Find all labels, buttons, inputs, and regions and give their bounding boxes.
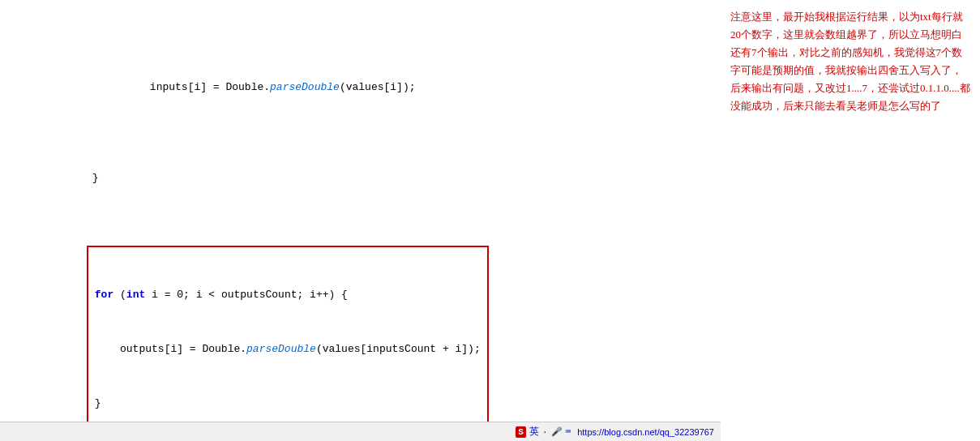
keyboard-icon: ⌨ [566, 426, 571, 437]
s-icon: S [516, 426, 526, 438]
highlighted-for-block: for (int i = 0; i < outputsCount; i++) {… [87, 246, 489, 441]
bottom-icons: S 英 · 🎤 ⌨ [516, 425, 571, 439]
highlighted-body-line: outputs[i] = Double.parseDouble(values[i… [95, 340, 481, 359]
english-label: 英 [529, 425, 539, 439]
code-panel: inputs[i] = Double.parseDouble(values[i]… [0, 0, 721, 441]
mic-icon: 🎤 [551, 426, 563, 437]
comment-panel: 注意这里，最开始我根据运行结果，以为txt每行就20个数字，这里就会数组越界了，… [721, 0, 980, 441]
main-container: inputs[i] = Double.parseDouble(values[i]… [0, 0, 980, 441]
code-line-2: } [16, 152, 721, 207]
comment-text: 注意这里，最开始我根据运行结果，以为txt每行就20个数字，这里就会数组越界了，… [730, 8, 970, 116]
code-line-1: inputs[i] = Double.parseDouble(values[i]… [16, 60, 721, 115]
bottom-bar: S 英 · 🎤 ⌨ https://blog.csdn.net/qq_32239… [0, 422, 721, 441]
highlighted-close-line: } [95, 395, 481, 413]
dot-separator: · [542, 427, 548, 437]
url-text: https://blog.csdn.net/qq_32239767 [577, 427, 714, 437]
code-block: inputs[i] = Double.parseDouble(values[i]… [16, 6, 721, 441]
highlighted-for-line: for (int i = 0; i < outputsCount; i++) { [95, 286, 481, 305]
